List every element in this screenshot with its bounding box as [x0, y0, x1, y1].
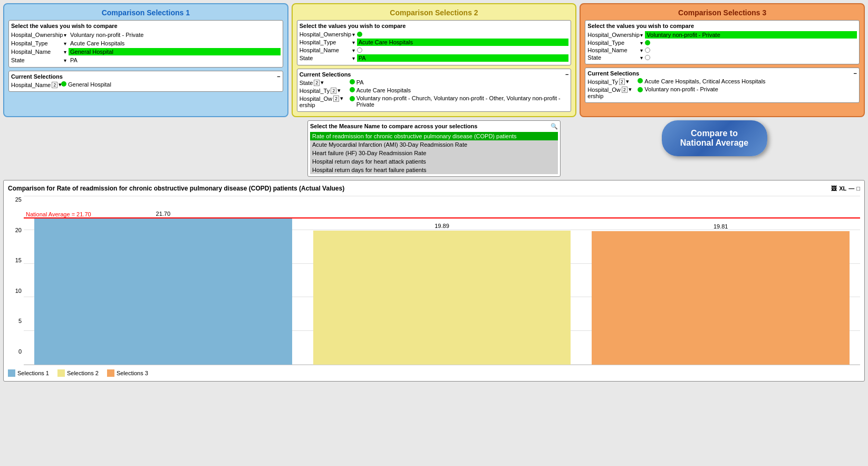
chart-legend: Selections 1 Selections 2 Selections 3: [8, 369, 860, 377]
bar-1-value: 21.70: [156, 211, 171, 217]
arrow-icon: ▾: [640, 47, 643, 53]
bar-2-rect: [313, 231, 571, 365]
legend-item-1: Selections 1: [8, 369, 49, 377]
panel-2-current: Current Selections − State 2 ▾ PA Hospit…: [297, 69, 572, 112]
y-tick-5: 5: [18, 318, 22, 324]
panel-2-current-title: Current Selections −: [300, 71, 569, 78]
panel-2-field-type: Hospital_Type: [300, 39, 352, 45]
panel-3-current-field-ownership: Hospital_Ow 2 ▾ ership: [587, 86, 638, 99]
compare-btn-area: Compare to National Average: [564, 120, 865, 156]
dot-icon: [638, 78, 643, 83]
panel-1-current-title: Current Selections −: [11, 73, 281, 80]
panel-2-title: Comparison Selections 2: [297, 8, 572, 17]
panel-2-select-box: Select the values you wish to compare Ho…: [297, 20, 572, 65]
arrow-icon: ▾: [64, 41, 66, 46]
panel-2-select-title: Select the values you wish to compare: [300, 23, 569, 29]
panel-2-value-type: Acute Care Hospitals: [357, 39, 569, 46]
panel-2-value-state: PA: [357, 54, 569, 62]
panel-1-value-state: PA: [69, 56, 281, 64]
panel-3-value-type: [652, 42, 857, 43]
panel-1-value-type: Acute Care Hospitals: [69, 40, 281, 47]
arrow-icon: ▾: [352, 55, 355, 61]
y-tick-10: 10: [15, 288, 22, 294]
panel-3-row-ownership: Hospital_Ownership ▾ Voluntary non-profi…: [587, 31, 857, 39]
arrow-icon: ▾: [352, 47, 355, 53]
panel-3-value-ownership: Voluntary non-profit - Private: [645, 31, 857, 39]
bar-1-rect: [34, 218, 292, 365]
bar-1: 21.70: [24, 196, 303, 365]
panel-1-select-box: Select the values you wish to compare Ho…: [8, 20, 283, 68]
dot-icon: [357, 32, 362, 37]
measure-list[interactable]: Rate of readmission for chronic obstruct…: [310, 132, 558, 174]
panel-3-title: Comparison Selections 3: [585, 8, 860, 17]
chart-icon-xl[interactable]: XL: [839, 185, 846, 192]
arrow-icon: ▾: [64, 58, 66, 63]
arrow-icon: ▾: [352, 40, 355, 45]
chart-body: National Average = 21.70 21.70 19.89 19.…: [24, 196, 860, 365]
middle-row: Select the Measure Name to compare acros…: [0, 120, 868, 180]
panel-1-row-name: Hospital_Name ▾ General Hospital: [11, 48, 281, 55]
panel-2-current-row-ownership: Hospital_Ow 2 ▾ ership Voluntary non-pro…: [300, 95, 569, 108]
panel-2-current-field-ownership: Hospital_Ow 2 ▾ ership: [300, 95, 350, 108]
y-tick-25: 25: [15, 196, 22, 203]
arrow-icon: ▾: [640, 40, 643, 46]
panel-1-field-name: Hospital_Name: [11, 49, 64, 55]
arrow-icon: ▾: [352, 32, 355, 37]
arrow-icon: ▾: [640, 32, 643, 38]
legend-label-3: Selections 3: [117, 370, 148, 376]
arrow-icon: ▾: [64, 49, 66, 55]
chart-header: Comparison for Rate of readmission for c…: [8, 185, 860, 192]
measure-item-copd[interactable]: Rate of readmission for chronic obstruct…: [310, 132, 558, 140]
panel-1-row-state: State ▾ PA: [11, 56, 281, 64]
legend-box-2: [57, 369, 65, 377]
measure-item-heart-attack[interactable]: Hospital return days for heart attack pa…: [310, 157, 558, 166]
measure-item-ami[interactable]: Acute Myocardial Infarction (AMI) 30-Day…: [310, 140, 558, 149]
panel-3-value-state: [652, 57, 857, 58]
panel-3-select-title: Select the values you wish to compare: [587, 23, 857, 29]
chart-icon-image[interactable]: 🖼: [831, 185, 837, 192]
y-tick-20: 20: [15, 227, 22, 233]
panel-2-current-field-type: Hospital_Ty 2 ▾: [300, 87, 350, 94]
panel-3-current-row-ownership: Hospital_Ow 2 ▾ ership Voluntary non-pro…: [587, 86, 857, 99]
panel-3-field-ownership: Hospital_Ownership: [587, 32, 640, 38]
panel-2-row-type: Hospital_Type ▾ Acute Care Hospitals: [300, 39, 569, 46]
panel-2-field-ownership: Hospital_Ownership: [300, 31, 352, 37]
panel-3-field-state: State: [587, 54, 640, 61]
panel-3-current: Current Selections − Hospital_Ty 2 ▾ Acu…: [585, 68, 860, 103]
measure-item-hf[interactable]: Heart failure (HF) 30-Day Readmission Ra…: [310, 149, 558, 157]
legend-box-1: [8, 369, 15, 377]
chart-icon-box[interactable]: □: [856, 185, 860, 192]
dot-icon: [350, 96, 355, 101]
panel-3-current-title: Current Selections −: [587, 70, 857, 77]
top-panels: Comparison Selections 1 Select the value…: [0, 0, 868, 120]
dot-icon: [61, 81, 66, 87]
panel-3-row-name: Hospital_Name ▾: [587, 47, 857, 53]
y-axis: 25 20 15 10 5 0: [8, 196, 24, 365]
chart-controls: 🖼 XL — □: [831, 185, 860, 192]
panel-3-current-field-type: Hospital_Ty 2 ▾: [587, 78, 638, 85]
legend-label-1: Selections 1: [17, 370, 49, 376]
panel-2-row-name: Hospital_Name ▾: [300, 47, 569, 53]
panel-3-select-box: Select the values you wish to compare Ho…: [585, 20, 860, 64]
panel-2-field-name: Hospital_Name: [300, 47, 352, 53]
panel-1-field-ownership: Hospital_Ownership: [11, 32, 64, 38]
panel-1-field-state: State: [11, 57, 64, 63]
panel-1-row-ownership: Hospital_Ownership ▾ Voluntary non-profi…: [11, 31, 281, 39]
compare-to-national-avg-button[interactable]: Compare to National Average: [662, 120, 767, 156]
panel-3-field-name: Hospital_Name: [587, 47, 640, 53]
measure-item-heart-failure[interactable]: Hospital return days for heart failure p…: [310, 166, 558, 174]
chart-icon-dash[interactable]: —: [848, 185, 854, 192]
dot-icon: [350, 79, 355, 84]
panel-3-current-row-type: Hospital_Ty 2 ▾ Acute Care Hospitals, Cr…: [587, 78, 857, 85]
comparison-panel-1: Comparison Selections 1 Select the value…: [3, 3, 288, 117]
bar-3-value: 19.81: [713, 223, 728, 230]
panel-1-current-field-name: Hospital_Name 2 ▾: [11, 81, 61, 88]
legend-item-2: Selections 2: [57, 369, 99, 377]
panel-1-current: Current Selections − Hospital_Name 2 ▾ G…: [8, 71, 283, 92]
panel-2-current-field-state: State 2 ▾: [300, 79, 350, 86]
legend-box-3: [107, 369, 114, 377]
y-tick-15: 15: [15, 257, 22, 263]
dot-icon: [645, 40, 650, 45]
panel-1-select-title: Select the values you wish to compare: [11, 23, 281, 29]
panel-3-row-type: Hospital_Type ▾: [587, 40, 857, 46]
